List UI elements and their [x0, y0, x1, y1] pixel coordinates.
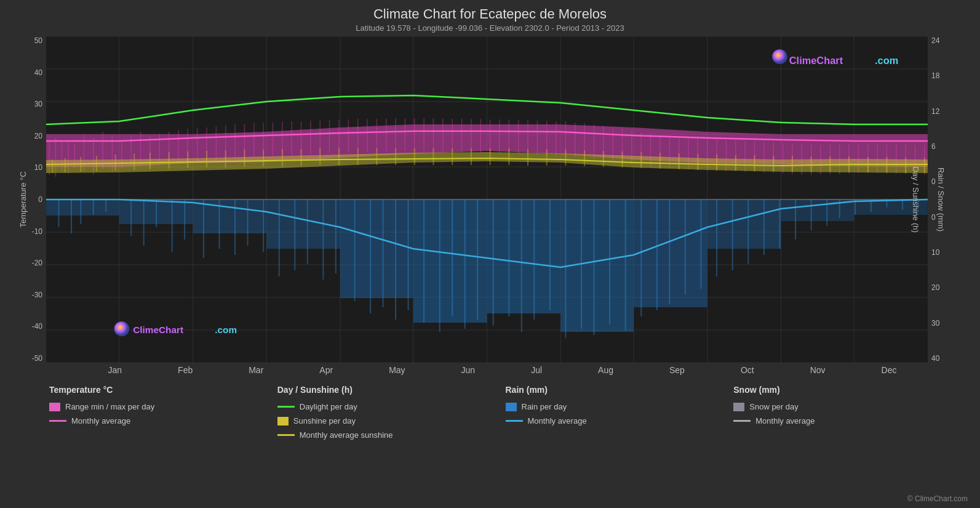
x-axis: Jan Feb Mar Apr May Jun Jul Aug Sep Oct …: [12, 363, 968, 377]
legend-temp-avg: Monthly average: [49, 416, 277, 425]
temp-range-swatch: [49, 403, 60, 411]
svg-text:ClimeChart: ClimeChart: [133, 325, 183, 335]
legend-temp-avg-label: Monthly average: [71, 416, 130, 425]
chart-area-wrapper: Temperature °C 50 40 30 20 10 0 -10 -20 …: [12, 36, 968, 363]
sunshine-swatch: [277, 417, 289, 425]
svg-point-244: [772, 49, 787, 64]
chart-title: Climate Chart for Ecatepec de Morelos: [12, 6, 968, 22]
y-left-label-rotated: Temperature °C: [18, 171, 28, 227]
x-month-jul: Jul: [531, 365, 542, 375]
svg-text:.com: .com: [215, 325, 237, 335]
x-month-nov: Nov: [810, 365, 826, 375]
legend-temp-range-label: Range min / max per day: [65, 402, 154, 411]
legend-sunshine-label: Sunshine per day: [293, 416, 356, 425]
chart-svg: ClimeChart .com: [46, 36, 928, 363]
sunshine-avg-line: [277, 434, 295, 436]
legend-area: Temperature °C Range min / max per day M…: [12, 377, 968, 442]
x-month-jan: Jan: [108, 365, 122, 375]
legend-rain-avg: Monthly average: [506, 416, 734, 425]
y-axis-left: Temperature °C 50 40 30 20 10 0 -10 -20 …: [12, 36, 46, 363]
legend-col-snow: Snow (mm) Snow per day Monthly average: [733, 385, 962, 440]
legend-sunshine-per-day: Sunshine per day: [277, 416, 506, 425]
svg-rect-29: [340, 200, 413, 298]
legend-snow-avg-label: Monthly average: [755, 416, 815, 425]
legend-rain-per-day: Rain per day: [506, 402, 734, 411]
legend-snow-per-day: Snow per day: [733, 402, 962, 411]
legend-snow-avg: Monthly average: [733, 416, 962, 425]
legend-rain-title: Rain (mm): [506, 385, 734, 395]
copyright: © ClimeChart.com: [907, 494, 968, 503]
x-month-feb: Feb: [178, 365, 193, 375]
legend-col-sunshine: Day / Sunshine (h) Daylight per day Suns…: [277, 385, 506, 440]
legend-sunshine-avg: Monthly average sunshine: [277, 430, 506, 440]
chart-plot: ClimeChart .com: [46, 36, 928, 363]
x-month-dec: Dec: [882, 365, 897, 375]
legend-temp-range: Range min / max per day: [49, 402, 277, 411]
x-month-sep: Sep: [669, 365, 685, 375]
x-month-may: May: [389, 365, 405, 375]
legend-rain-label: Rain per day: [522, 402, 567, 411]
svg-text:.com: .com: [875, 55, 898, 66]
legend-sunshine-avg-label: Monthly average sunshine: [300, 430, 393, 440]
legend-col-temperature: Temperature °C Range min / max per day M…: [49, 385, 277, 440]
svg-point-245: [114, 321, 130, 336]
legend-col-rain: Rain (mm) Rain per day Monthly average: [506, 385, 734, 440]
svg-rect-25: [46, 200, 119, 216]
temp-avg-line: [49, 420, 66, 422]
snow-avg-line: [733, 420, 751, 422]
rain-swatch: [506, 403, 517, 411]
svg-text:ClimeChart: ClimeChart: [789, 55, 843, 66]
svg-rect-33: [634, 200, 707, 307]
x-month-mar: Mar: [249, 365, 263, 375]
chart-subtitle: Latitude 19.578 - Longitude -99.036 - El…: [12, 23, 968, 33]
x-month-apr: Apr: [319, 365, 333, 375]
legend-temp-title: Temperature °C: [49, 385, 277, 395]
rain-avg-line: [506, 420, 523, 422]
legend-daylight-label: Daylight per day: [300, 402, 357, 411]
chart-container: Climate Chart for Ecatepec de Morelos La…: [0, 0, 980, 508]
legend-rain-avg-label: Monthly average: [528, 416, 587, 425]
legend-daylight: Daylight per day: [277, 402, 506, 411]
x-month-aug: Aug: [598, 365, 613, 375]
x-month-jun: Jun: [461, 365, 476, 375]
snow-swatch: [733, 403, 744, 411]
legend-snow-label: Snow per day: [749, 402, 799, 411]
legend-snow-title: Snow (mm): [733, 385, 962, 395]
daylight-line: [277, 406, 295, 408]
x-month-oct: Oct: [741, 365, 754, 375]
y-axis-right: Day / Sunshine (h) Rain / Snow (mm) 24 1…: [928, 36, 968, 363]
legend-sunshine-title: Day / Sunshine (h): [277, 385, 506, 395]
